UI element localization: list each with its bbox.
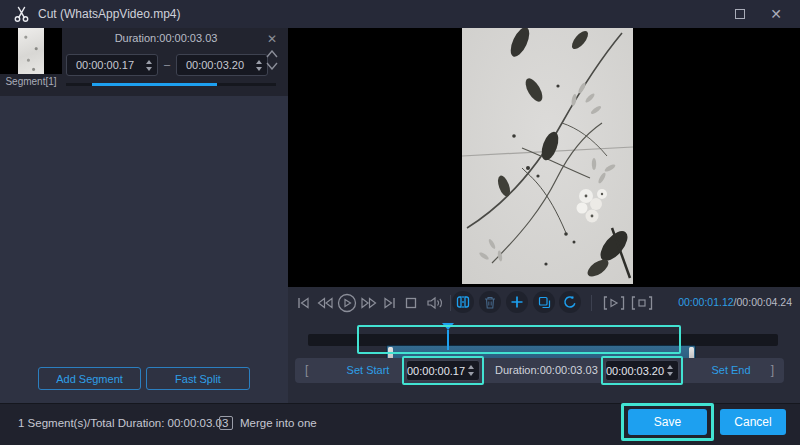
segment-start-input[interactable]: 00:00:00.17 xyxy=(66,54,158,76)
timeline-track[interactable] xyxy=(308,334,778,346)
merge-label: Merge into one xyxy=(240,417,317,429)
cut-dialog: Cut (WhatsAppVideo.mp4) ✕ Segment[1] Dur… xyxy=(0,0,800,445)
segment-end-input[interactable]: 00:00:03.20 xyxy=(176,54,268,76)
segment-start-spinner[interactable] xyxy=(143,60,155,71)
current-time: 00:00:01.12 xyxy=(678,296,733,308)
segment-summary: 1 Segment(s)/Total Duration: 00:00:03.03 xyxy=(18,417,228,429)
stop-icon[interactable] xyxy=(402,293,420,313)
range-dash: – xyxy=(160,58,174,70)
reset-icon[interactable] xyxy=(559,291,581,313)
footer-bar: 1 Segment(s)/Total Duration: 00:00:03.03… xyxy=(0,403,800,445)
remove-segment-icon[interactable]: ✕ xyxy=(264,33,280,45)
trim-start-spinner[interactable] xyxy=(465,365,477,376)
segment-thumbnail-image xyxy=(18,28,44,74)
trim-duration-label: Duration:00:00:03.03 xyxy=(495,364,595,376)
rewind-icon[interactable] xyxy=(314,293,336,313)
volume-icon[interactable] xyxy=(424,293,446,313)
copy-icon[interactable] xyxy=(533,291,555,313)
merge-checkbox[interactable] xyxy=(219,416,233,430)
title-bar: Cut (WhatsAppVideo.mp4) ✕ xyxy=(0,0,800,28)
segment-duration-label: Duration:00:00:03.03 xyxy=(66,32,266,44)
trim-start-input[interactable]: 00:00:00.17 xyxy=(406,360,480,381)
play-segment-icon[interactable] xyxy=(602,293,626,313)
segment-item[interactable]: Segment[1] Duration:00:00:03.03 00:00:00… xyxy=(0,28,288,96)
open-bracket: [ xyxy=(305,363,308,377)
maximize-icon[interactable] xyxy=(732,6,748,22)
delete-icon[interactable] xyxy=(479,291,501,313)
set-end-button[interactable]: Set End xyxy=(703,364,759,376)
divider xyxy=(591,295,592,311)
add-segment-button[interactable]: Add Segment xyxy=(38,367,141,390)
close-icon[interactable]: ✕ xyxy=(768,6,784,22)
skip-start-icon[interactable] xyxy=(294,293,312,313)
trim-end-spinner[interactable] xyxy=(664,365,676,376)
move-down-icon[interactable] xyxy=(264,62,280,72)
fast-split-button[interactable]: Fast Split xyxy=(146,367,250,390)
timeline xyxy=(288,320,800,356)
segment-label: Segment[1] xyxy=(0,76,62,87)
scissors-icon xyxy=(13,6,30,23)
playhead-line[interactable] xyxy=(447,330,449,350)
time-display: 00:00:01.12/00:00:04.24 xyxy=(678,296,792,308)
forward-icon[interactable] xyxy=(358,293,380,313)
set-start-button[interactable]: Set Start xyxy=(333,364,403,376)
move-up-icon[interactable] xyxy=(264,50,280,60)
window-title: Cut (WhatsAppVideo.mp4) xyxy=(38,7,181,21)
playhead-marker[interactable] xyxy=(442,323,454,330)
player-controls: 00:00:01.12/00:00:04.24 [ Set Start 00:0… xyxy=(288,287,800,403)
divider xyxy=(450,295,451,311)
split-icon[interactable] xyxy=(452,291,474,313)
segment-progress-track xyxy=(66,83,276,86)
save-button[interactable]: Save xyxy=(628,409,707,435)
video-frame xyxy=(462,28,633,284)
play-icon[interactable] xyxy=(336,293,358,313)
stop-segment-icon[interactable] xyxy=(630,293,654,313)
add-icon[interactable] xyxy=(506,291,528,313)
segment-thumbnail[interactable] xyxy=(0,28,62,74)
trim-bar: [ Set Start 00:00:00.17 Duration:00:00:0… xyxy=(295,358,784,383)
trim-end-input[interactable]: 00:00:03.20 xyxy=(605,360,679,381)
segment-progress-fill xyxy=(92,83,217,86)
close-bracket: ] xyxy=(771,363,774,377)
segment-panel: Segment[1] Duration:00:00:03.03 00:00:00… xyxy=(0,28,288,403)
skip-end-icon[interactable] xyxy=(380,293,398,313)
cancel-button[interactable]: Cancel xyxy=(720,409,786,435)
video-preview-area xyxy=(288,28,800,287)
total-time: 00:00:04.24 xyxy=(737,296,792,308)
